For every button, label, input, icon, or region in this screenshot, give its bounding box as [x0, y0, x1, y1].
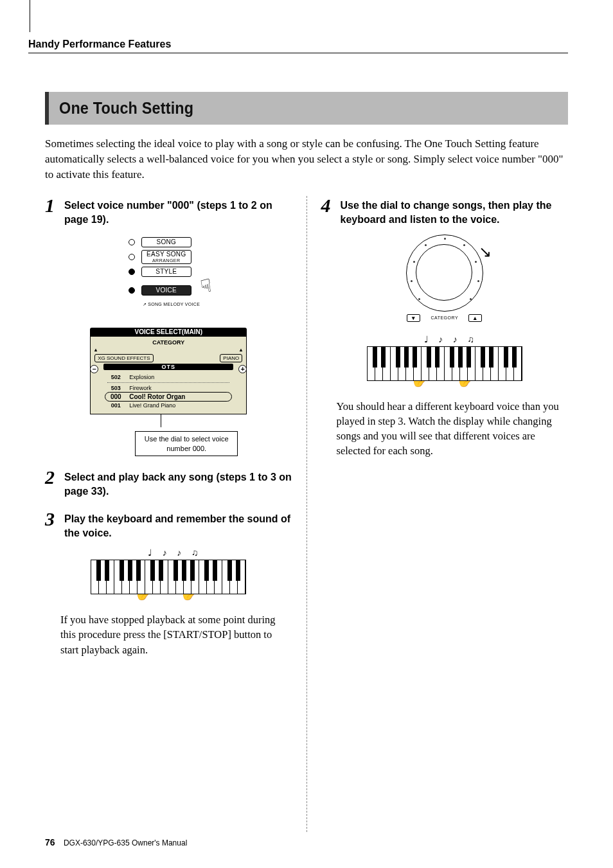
step-3: 3 Play the keyboard and remember the sou… [45, 509, 292, 657]
column-divider [306, 196, 307, 832]
chapter-header: Handy Performance Features [28, 39, 568, 53]
step-1: 1 Select voice number "000" (steps 1 to … [45, 196, 292, 456]
music-notes-icon: ♩ ♪ ♪ ♫ [367, 334, 522, 345]
figure-keyboard-left: ♩ ♪ ♪ ♫ 🖐🖐 [45, 547, 292, 601]
lcd-row-001: 001Live! Grand Piano [107, 402, 229, 409]
lcd-category-left: XG SOUND EFFECTS [94, 354, 153, 362]
press-indicator-icon: ☟ [199, 275, 213, 297]
music-notes-icon: ♩ ♪ ♪ ♫ [91, 547, 246, 558]
two-column-layout: 1 Select voice number "000" (steps 1 to … [45, 196, 568, 832]
step-3-title: Play the keyboard and remember the sound… [64, 512, 292, 540]
figure-voice-buttons: SONG EASY SONG ARRANGER STYLE [45, 235, 292, 309]
led-voice [129, 287, 135, 294]
right-column: 4 Use the dial to change songs, then pla… [321, 196, 569, 832]
section-title: One Touch Setting [59, 98, 508, 118]
step-1-title: Select voice number "000" (steps 1 to 2 … [64, 199, 292, 226]
step-4-title: Use the dial to change songs, then play … [341, 199, 569, 226]
keyboard-icon [367, 346, 522, 381]
button-voice: VOICE [141, 285, 191, 296]
led-easy [129, 254, 135, 260]
lcd-row-503: 503Firework [107, 385, 229, 391]
lcd-category-label: CATEGORY [94, 339, 242, 346]
step-3-number: 3 [45, 509, 59, 529]
lcd-minus-icon: – [90, 365, 98, 373]
lcd-plus-icon: + [238, 365, 247, 373]
lcd-title: VOICE SELECT(MAIN) [90, 328, 247, 336]
category-down-button: ▾ [407, 314, 420, 322]
song-melody-voice-label: ↗ SONG MELODY VOICE [129, 302, 209, 307]
button-easy-line2: ARRANGER [146, 258, 187, 263]
lcd-row-selected: 000Cool! Rotor Organ [105, 392, 232, 402]
page-footer: 76 DGX-630/YPG-635 Owner's Manual [45, 837, 187, 847]
step-1-number: 1 [45, 196, 59, 215]
dial-arrow-icon: ↘ [479, 243, 492, 261]
lcd-voice-list: 502Explosion 503Firework 000Cool! Rotor … [107, 374, 229, 409]
button-song: SONG [141, 237, 191, 248]
page-number: 76 [45, 837, 55, 847]
intro-paragraph: Sometimes selecting the ideal voice to p… [45, 136, 568, 182]
button-easy-line1: EASY SONG [147, 251, 186, 258]
figure-dial: ↘ ▾ CATEGORY ▴ [321, 235, 569, 323]
category-label: CATEGORY [431, 315, 458, 320]
left-column: 1 Select voice number "000" (steps 1 to … [45, 196, 292, 832]
led-style [129, 269, 135, 275]
step-4-body: You should hear a different keyboard voi… [337, 399, 569, 458]
dial-icon: ↘ [406, 235, 483, 312]
lcd-ots-bar: OTS [103, 364, 233, 370]
lcd-caption: Use the dial to select voice number 000. [135, 431, 238, 456]
lcd-category-right: PIANO [220, 354, 242, 362]
category-up-button: ▴ [468, 314, 482, 322]
button-easy-arranger: EASY SONG ARRANGER [141, 250, 191, 264]
step-3-body: If you have stopped playback at some poi… [60, 612, 292, 657]
page-container: Handy Performance Features One Touch Set… [0, 0, 613, 868]
lcd-row-502: 502Explosion [107, 374, 229, 380]
button-style: STYLE [141, 267, 191, 278]
step-2: 2 Select and play back any song (steps 1… [45, 468, 292, 498]
step-2-title: Select and play back any song (steps 1 t… [64, 470, 292, 498]
manual-title: DGX-630/YPG-635 Owner's Manual [64, 838, 187, 847]
figure-keyboard-right: ♩ ♪ ♪ ♫ 🖐🖐 [321, 334, 569, 387]
keyboard-icon [91, 560, 246, 594]
step-4-number: 4 [321, 196, 335, 215]
section-title-box: One Touch Setting [45, 92, 568, 125]
step-2-number: 2 [45, 468, 59, 487]
figure-lcd: VOICE SELECT(MAIN) CATEGORY ▴▴ XG SOUND … [45, 320, 292, 456]
lcd-screen: CATEGORY ▴▴ XG SOUND EFFECTS PIANO – + O… [90, 336, 247, 414]
led-song [129, 239, 135, 245]
step-4: 4 Use the dial to change songs, then pla… [321, 196, 569, 458]
